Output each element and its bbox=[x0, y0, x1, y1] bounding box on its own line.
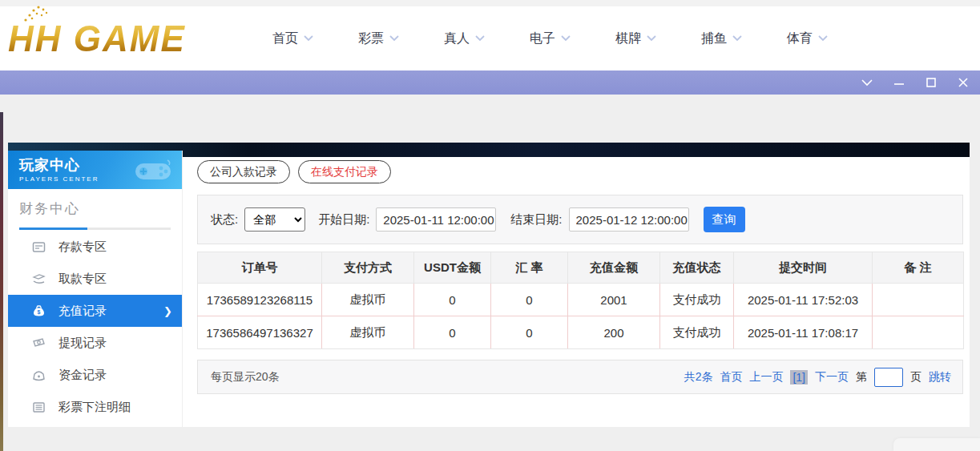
money-bag-icon: $ bbox=[32, 304, 46, 318]
cell-recharge-status: 支付成功 bbox=[660, 284, 734, 316]
col-exchange-rate: 汇 率 bbox=[491, 252, 568, 284]
sidebar-section-finance: 财务中心 bbox=[8, 189, 182, 231]
sidebar-item-label: 存款专区 bbox=[58, 240, 107, 255]
main-content: 公司入款记录 在线支付记录 状态: 全部 开始日期: 结束日期: 查询 订单号 … bbox=[189, 157, 970, 427]
purse-icon bbox=[32, 368, 46, 382]
tab-company-deposit-records[interactable]: 公司入款记录 bbox=[197, 160, 290, 183]
svg-text:$: $ bbox=[38, 309, 41, 316]
cell-payment-method: 虚拟币 bbox=[322, 316, 414, 349]
close-icon bbox=[958, 77, 969, 88]
first-page-link[interactable]: 首页 bbox=[720, 370, 742, 385]
brand-logo[interactable]: HH GAME bbox=[8, 18, 232, 58]
sidebar-item-withdrawal-records[interactable]: 提现记录 bbox=[8, 327, 182, 359]
nav-item-cards[interactable]: 棋牌 bbox=[615, 30, 656, 47]
end-date-input[interactable] bbox=[569, 207, 689, 232]
search-button[interactable]: 查询 bbox=[704, 207, 745, 232]
tab-online-payment-records[interactable]: 在线支付记录 bbox=[298, 160, 391, 183]
deposit-card-icon bbox=[32, 240, 46, 254]
cell-order-id: 1736586497136327 bbox=[198, 316, 322, 349]
cell-remark bbox=[873, 284, 964, 316]
cell-usdt-amount: 0 bbox=[414, 316, 491, 349]
sidebar-item-label: 取款专区 bbox=[58, 272, 107, 287]
sidebar-item-label: 资金记录 bbox=[58, 368, 107, 383]
end-date-label: 结束日期: bbox=[510, 212, 562, 228]
sidebar-item-deposit-zone[interactable]: 存款专区 bbox=[8, 231, 182, 263]
chevron-right-icon: ❯ bbox=[163, 305, 172, 317]
sidebar-item-label: 提现记录 bbox=[58, 336, 107, 351]
status-label: 状态: bbox=[211, 212, 238, 228]
player-center-window: 玩家中心 PLAYERS CENTER 财务中心 存款专区 bbox=[8, 143, 970, 427]
window-close-button[interactable] bbox=[953, 74, 974, 91]
floating-widget bbox=[893, 438, 980, 451]
window-minimize-button[interactable] bbox=[889, 74, 909, 91]
cell-remark bbox=[873, 316, 964, 349]
sidebar-item-funds-records[interactable]: 资金记录 bbox=[8, 359, 182, 391]
sidebar-item-label: 彩票下注明细 bbox=[58, 400, 131, 415]
sidebar-item-label: 充值记录 bbox=[58, 304, 107, 319]
sidebar-item-lottery-bet-detail[interactable]: 彩票下注明细 bbox=[8, 391, 182, 423]
cell-recharge-amount: 2001 bbox=[568, 284, 660, 316]
minimize-icon bbox=[893, 79, 905, 87]
status-select[interactable]: 全部 bbox=[244, 207, 305, 232]
jump-suffix-label: 页 bbox=[910, 370, 922, 385]
nav-item-lottery[interactable]: 彩票 bbox=[358, 30, 399, 47]
chevron-down-icon bbox=[732, 35, 742, 42]
main-nav: 首页 彩票 真人 电子 棋牌 捕鱼 体育 bbox=[272, 30, 828, 47]
cell-submit-time: 2025-01-11 17:08:17 bbox=[734, 316, 873, 349]
recharge-records-table: 订单号 支付方式 USDT金额 汇 率 充值金额 充值状态 提交时间 备 注 1… bbox=[197, 252, 964, 349]
sidebar-header: 玩家中心 PLAYERS CENTER bbox=[8, 151, 182, 189]
chevron-down-icon bbox=[818, 35, 828, 42]
nav-item-fishing[interactable]: 捕鱼 bbox=[701, 30, 742, 47]
prev-page-link[interactable]: 上一页 bbox=[749, 370, 783, 385]
cell-exchange-rate: 0 bbox=[491, 316, 568, 349]
sidebar: 玩家中心 PLAYERS CENTER 财务中心 存款专区 bbox=[8, 151, 183, 427]
nav-item-slots[interactable]: 电子 bbox=[530, 30, 571, 47]
jump-page-input[interactable] bbox=[874, 368, 903, 387]
cell-payment-method: 虚拟币 bbox=[322, 284, 414, 316]
cell-usdt-amount: 0 bbox=[414, 284, 491, 316]
window-titlebar bbox=[0, 70, 980, 95]
chevron-down-icon bbox=[304, 35, 313, 42]
next-page-link[interactable]: 下一页 bbox=[815, 370, 849, 385]
brand-name: HH GAME bbox=[8, 18, 186, 60]
col-usdt-amount: USDT金额 bbox=[414, 252, 491, 284]
cell-submit-time: 2025-01-11 17:52:03 bbox=[734, 284, 873, 316]
jump-prefix-label: 第 bbox=[856, 370, 867, 385]
maximize-icon bbox=[926, 77, 937, 88]
page-size-text: 每页显示20条 bbox=[211, 370, 280, 385]
jump-button[interactable]: 跳转 bbox=[929, 370, 951, 385]
chevron-down-icon bbox=[561, 35, 571, 42]
withdraw-hand-icon bbox=[32, 272, 46, 286]
window-maximize-button[interactable] bbox=[921, 74, 942, 91]
chevron-down-icon bbox=[475, 35, 485, 42]
cell-exchange-rate: 0 bbox=[491, 284, 568, 316]
section-underline bbox=[19, 228, 171, 230]
sidebar-item-withdraw-zone[interactable]: 取款专区 bbox=[8, 263, 182, 295]
start-date-label: 开始日期: bbox=[318, 212, 369, 228]
start-date-input[interactable] bbox=[376, 207, 496, 232]
list-icon bbox=[32, 401, 46, 414]
filter-bar: 状态: 全部 开始日期: 结束日期: 查询 bbox=[197, 195, 963, 244]
total-count-text: 共2条 bbox=[684, 370, 713, 385]
col-order-id: 订单号 bbox=[198, 252, 322, 284]
nav-item-home[interactable]: 首页 bbox=[272, 30, 313, 47]
site-header: HH GAME 首页 彩票 真人 电子 棋牌 捕鱼 体育 bbox=[0, 0, 980, 70]
cell-recharge-status: 支付成功 bbox=[660, 316, 734, 349]
table-header-row: 订单号 支付方式 USDT金额 汇 率 充值金额 充值状态 提交时间 备 注 bbox=[198, 252, 964, 284]
pager: 共2条 首页 上一页 [1] 下一页 第 页 跳转 bbox=[684, 368, 951, 387]
cell-order-id: 1736589123268115 bbox=[198, 284, 322, 316]
nav-item-sports[interactable]: 体育 bbox=[787, 30, 828, 47]
section-title: 财务中心 bbox=[19, 199, 171, 218]
chevron-down-icon bbox=[647, 35, 656, 42]
col-remark: 备 注 bbox=[873, 252, 964, 284]
sidebar-menu: 存款专区 取款专区 $ 充值记录 ❯ 提现记录 bbox=[8, 231, 182, 423]
chevron-down-icon bbox=[389, 35, 399, 42]
cell-recharge-amount: 200 bbox=[568, 316, 660, 349]
chevron-down-icon bbox=[861, 79, 873, 87]
nav-item-live[interactable]: 真人 bbox=[444, 30, 485, 47]
table-row: 1736586497136327 虚拟币 0 0 200 支付成功 2025-0… bbox=[198, 316, 964, 349]
sidebar-item-recharge-records[interactable]: $ 充值记录 ❯ bbox=[8, 295, 182, 327]
window-dropdown-button[interactable] bbox=[857, 74, 877, 91]
col-payment-method: 支付方式 bbox=[322, 252, 414, 284]
col-submit-time: 提交时间 bbox=[734, 252, 873, 284]
